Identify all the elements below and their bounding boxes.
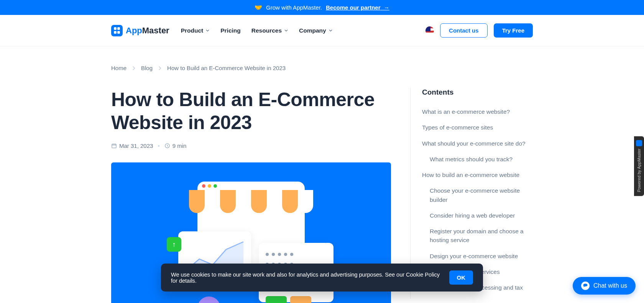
toc-item[interactable]: How to build an e-commerce website (422, 170, 533, 179)
chat-label: Chat with us (593, 282, 627, 289)
toc-item[interactable]: Design your e-commerce website (422, 252, 533, 260)
breadcrumb: Home Blog How to Build an E-Commerce Web… (111, 65, 533, 71)
try-free-button[interactable]: Try Free (494, 23, 533, 38)
main-nav: Product Pricing Resources Company (181, 27, 333, 34)
breadcrumb-blog[interactable]: Blog (141, 65, 153, 71)
chevron-right-icon (157, 66, 163, 71)
promo-banner: 🤝 Grow with AppMaster. Become our partne… (0, 0, 644, 15)
language-selector-icon[interactable] (426, 26, 434, 35)
nav-company[interactable]: Company (299, 27, 333, 34)
contact-button[interactable]: Contact us (440, 23, 488, 38)
toc-item[interactable]: Types of e-commerce sites (422, 123, 533, 132)
logo-icon (111, 25, 123, 36)
breadcrumb-home[interactable]: Home (111, 65, 127, 71)
toc-item[interactable]: What metrics should you track? (422, 155, 533, 164)
toc-title: Contents (422, 88, 533, 97)
toc-item[interactable]: Choose your e-commerce website builder (422, 186, 533, 204)
arrow-up-icon: ↑ (167, 237, 181, 252)
chat-icon (581, 282, 590, 290)
article-date: Mar 31, 2023 (119, 142, 153, 149)
cookie-ok-button[interactable]: OK (449, 270, 473, 285)
nav-product[interactable]: Product (181, 27, 210, 34)
logo[interactable]: AppMaster (111, 25, 169, 36)
chat-button[interactable]: Chat with us (573, 277, 636, 295)
toc-item[interactable]: Register your domain and choose a hostin… (422, 227, 533, 245)
powered-by-tab[interactable]: Powered by AppMaster (634, 136, 644, 196)
cookie-banner: We use cookies to make our site work and… (161, 264, 483, 292)
article-readtime: 9 min (172, 142, 187, 149)
toc-item[interactable]: What is an e-commerce website? (422, 107, 533, 116)
chevron-down-icon (329, 28, 333, 33)
svg-rect-0 (112, 144, 116, 148)
chevron-right-icon (131, 66, 136, 71)
clock-icon (164, 143, 170, 149)
appmaster-icon (636, 140, 642, 146)
breadcrumb-current: How to Build an E-Commerce Website in 20… (167, 65, 286, 71)
toc-item[interactable]: Consider hiring a web developer (422, 211, 533, 220)
calendar-icon (111, 143, 117, 149)
chevron-down-icon (205, 28, 210, 33)
banner-text: Grow with AppMaster. (266, 4, 322, 11)
site-header: AppMaster Product Pricing Resources Comp… (0, 15, 644, 46)
nav-pricing[interactable]: Pricing (220, 27, 241, 34)
article-meta: Mar 31, 2023 • 9 min (111, 142, 391, 149)
banner-partner-link[interactable]: Become our partner → (326, 4, 389, 11)
nav-resources[interactable]: Resources (251, 27, 288, 34)
toc-item[interactable]: What should your e-commerce site do? (422, 139, 533, 148)
page-title: How to Build an E-Commerce Website in 20… (111, 88, 391, 134)
chevron-down-icon (284, 28, 288, 33)
cookie-text: We use cookies to make our site work and… (171, 272, 441, 284)
handshake-icon: 🤝 (255, 4, 262, 11)
